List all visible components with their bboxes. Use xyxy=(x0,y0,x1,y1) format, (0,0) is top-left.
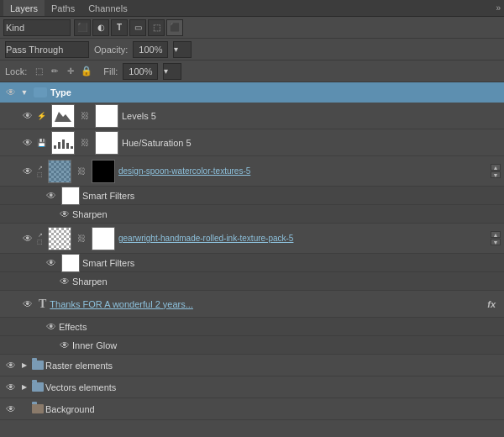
blend-toolbar: Pass Through Normal Multiply Screen Over… xyxy=(0,39,504,61)
hue5-thumb xyxy=(51,131,75,155)
lock-icons: ⬚ ✏ ✛ 🔒 xyxy=(32,65,93,78)
opacity-label: Opacity: xyxy=(94,45,128,55)
texture1-chain: ⛓ xyxy=(75,165,88,178)
texture1-eye[interactable]: 👁 xyxy=(20,164,35,179)
sharpen2-eye[interactable]: 👁 xyxy=(57,274,72,289)
levels5-mask xyxy=(95,104,118,128)
kind-select[interactable]: Kind xyxy=(3,19,71,36)
hue5-link-icon: 💾 xyxy=(37,139,46,147)
layer-levels5[interactable]: 👁 ⚡ ⛓ Levels 5 xyxy=(0,103,504,129)
text1-T-icon: T xyxy=(39,297,46,311)
tab-layers[interactable]: Layers xyxy=(3,0,45,16)
texture2-eye[interactable]: 👁 xyxy=(20,231,35,246)
texture1-icons: ↗ ⬚ xyxy=(37,165,43,178)
texture1-thumb xyxy=(48,160,71,183)
texture2-mask xyxy=(92,227,115,250)
panel-expand[interactable]: » xyxy=(496,3,501,13)
fill-input[interactable] xyxy=(123,63,158,80)
background-icon xyxy=(32,404,44,413)
lock-transparent-icon[interactable]: ⬚ xyxy=(32,65,45,78)
svg-rect-4 xyxy=(58,142,60,149)
smart-filter2-name: Smart Filters xyxy=(82,258,504,268)
group-type-folder-icon xyxy=(34,87,47,97)
opacity-input[interactable] xyxy=(133,41,168,58)
levels5-eye[interactable]: 👁 xyxy=(20,108,35,124)
texture1-scroll-down[interactable]: ▼ xyxy=(491,171,501,178)
levels5-thumb-svg xyxy=(52,108,74,124)
texture2-chain: ⛓ xyxy=(75,232,88,245)
texture2-icons: ↗ ⬚ xyxy=(37,232,43,245)
background-name: Background xyxy=(45,404,501,414)
smart-filter1-name: Smart Filters xyxy=(82,191,504,201)
smart-filter2-thumb xyxy=(61,254,80,272)
filter-tools: ⬛ ◐ T ▭ ⬚ ⬛ xyxy=(74,19,183,36)
effects-eye[interactable]: 👁 xyxy=(44,319,59,334)
sharpen2-name: Sharpen xyxy=(72,276,504,287)
texture2-scroll-up[interactable]: ▲ xyxy=(491,231,501,238)
layer-text1[interactable]: 👁 T Thanks FOR A wonderful 2 years... fx xyxy=(0,291,504,318)
hue5-thumb-svg xyxy=(52,135,74,150)
sharpen1-eye[interactable]: 👁 xyxy=(57,207,72,222)
tab-channels[interactable]: Channels xyxy=(81,0,134,16)
smart-filter1-eye[interactable]: 👁 xyxy=(44,188,59,203)
svg-rect-3 xyxy=(54,145,56,149)
filter-shape-icon[interactable]: ▭ xyxy=(129,19,146,36)
text1-fx-badge: fx xyxy=(487,299,496,309)
lock-label: Lock: xyxy=(5,66,27,76)
levels5-thumb xyxy=(51,104,75,128)
texture2-scroll-down[interactable]: ▼ xyxy=(491,239,501,245)
sharpen-row1: 👁 Sharpen xyxy=(0,205,504,224)
raster-eye[interactable]: 👁 xyxy=(3,358,18,373)
layer-texture2[interactable]: 👁 ↗ ⬚ ⛓ gearwright-handmade-rolled-ink-t… xyxy=(0,224,504,254)
raster-arrow[interactable]: ▶ xyxy=(18,360,30,371)
tab-bar: Layers Paths Channels » xyxy=(0,0,504,17)
smart-filter1-thumb xyxy=(61,187,80,205)
lock-toolbar: Lock: ⬚ ✏ ✛ 🔒 Fill: ▾ xyxy=(0,61,504,82)
vectors-arrow[interactable]: ▶ xyxy=(18,382,30,393)
fill-label: Fill: xyxy=(103,66,118,76)
texture1-scroll-up[interactable]: ▲ xyxy=(491,164,501,171)
levels5-link-icon: ⚡ xyxy=(37,112,46,120)
smart-filter2-eye[interactable]: 👁 xyxy=(44,255,59,271)
filter-extra-icon[interactable]: ⬛ xyxy=(166,19,183,36)
filter-smart-icon[interactable]: ⬚ xyxy=(148,19,165,36)
layer-vectors[interactable]: 👁 ▶ Vectors elements xyxy=(0,376,504,398)
vectors-name: Vectors elements xyxy=(45,382,501,392)
inner-glow-eye[interactable]: 👁 xyxy=(57,338,72,353)
group-type-name: Type xyxy=(50,87,71,97)
texture2-thumb xyxy=(48,227,71,250)
texture2-scroll[interactable]: ▲ ▼ xyxy=(491,231,501,245)
layer-background[interactable]: 👁 Background xyxy=(0,398,504,420)
effects-label: Effects xyxy=(59,322,504,332)
group-type-eye[interactable]: 👁 xyxy=(3,85,18,100)
tab-paths[interactable]: Paths xyxy=(45,0,81,16)
effects-row: 👁 Effects xyxy=(0,318,504,336)
layer-texture1[interactable]: 👁 ↗ ⬚ ⛓ design-spoon-watercolor-textures… xyxy=(0,156,504,187)
lock-position-icon[interactable]: ✛ xyxy=(64,65,77,78)
fill-arrow[interactable]: ▾ xyxy=(163,63,181,80)
filter-adjust-icon[interactable]: ◐ xyxy=(92,19,109,36)
background-eye[interactable]: 👁 xyxy=(3,402,18,417)
texture1-scroll[interactable]: ▲ ▼ xyxy=(491,164,501,178)
vectors-eye[interactable]: 👁 xyxy=(3,380,18,395)
lock-pixels-icon[interactable]: ✏ xyxy=(48,65,61,78)
filter-type-icon[interactable]: T xyxy=(111,19,128,36)
group-type-arrow[interactable]: ▼ xyxy=(18,87,30,98)
inner-glow-name: Inner Glow xyxy=(72,340,504,350)
texture1-name: design-spoon-watercolor-textures-5 xyxy=(118,166,491,176)
sharpen1-name: Sharpen xyxy=(72,209,504,219)
layer-hue5[interactable]: 👁 💾 ⛓ Hue/Saturation 5 xyxy=(0,129,504,156)
text1-eye[interactable]: 👁 xyxy=(20,297,35,312)
group-type[interactable]: 👁 ▼ Type xyxy=(0,82,504,103)
vectors-folder-icon xyxy=(32,382,44,392)
blend-mode-select[interactable]: Pass Through Normal Multiply Screen Over… xyxy=(5,41,89,58)
texture1-mask xyxy=(92,160,115,183)
layer-raster[interactable]: 👁 ▶ Raster elements xyxy=(0,355,504,376)
opacity-arrow[interactable]: ▾ xyxy=(173,41,192,58)
lock-all-icon[interactable]: 🔒 xyxy=(80,65,93,78)
hue5-eye[interactable]: 👁 xyxy=(20,135,35,150)
hue5-name: Hue/Saturation 5 xyxy=(122,138,501,148)
raster-name: Raster elements xyxy=(45,361,501,371)
filter-pixel-icon[interactable]: ⬛ xyxy=(74,19,91,36)
raster-folder-icon xyxy=(32,361,44,370)
